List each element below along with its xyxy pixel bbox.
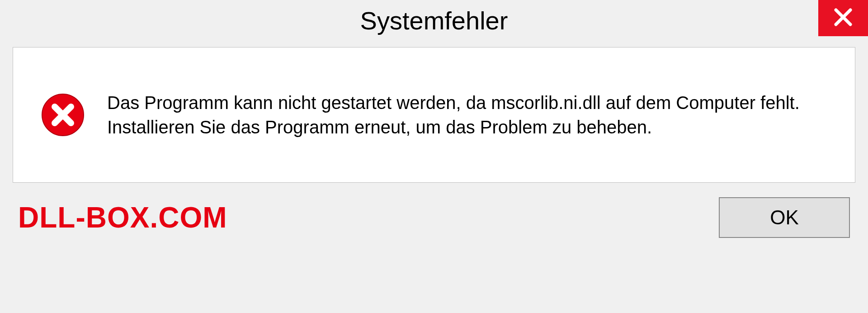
error-icon: [40, 92, 85, 138]
dialog-title: Systemfehler: [360, 6, 508, 35]
close-icon: [832, 6, 854, 30]
watermark-text: DLL-BOX.COM: [18, 201, 227, 234]
error-message: Das Programm kann nicht gestartet werden…: [107, 90, 832, 139]
close-button[interactable]: [818, 0, 868, 36]
footer: DLL-BOX.COM OK: [0, 183, 868, 238]
message-panel: Das Programm kann nicht gestartet werden…: [13, 47, 855, 183]
ok-button-label: OK: [770, 206, 799, 229]
titlebar: Systemfehler: [0, 0, 868, 41]
ok-button[interactable]: OK: [719, 197, 850, 238]
